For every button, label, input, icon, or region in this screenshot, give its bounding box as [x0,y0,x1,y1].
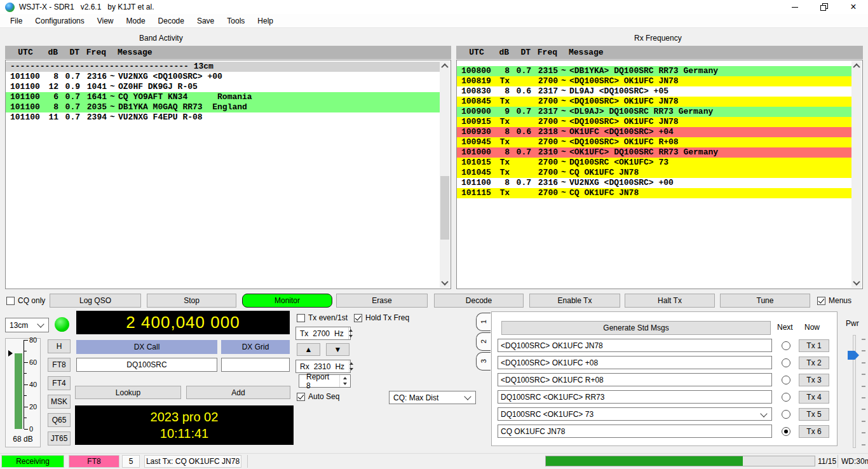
decode-row[interactable]: 10090090.72317~<DL9AJ> DQ100SRC RR73 Ger… [457,107,851,117]
cq-only-checkbox[interactable]: CQ only [6,296,45,305]
mode-button-ft8[interactable]: FT8 [48,358,71,372]
decode-row[interactable]: 10080080.72315~<DB1YKA> DQ100SRC RR73 Ge… [457,66,851,76]
stop-button[interactable]: Stop [147,294,236,308]
tx-message-input-5[interactable] [498,407,772,421]
spinner-arrows[interactable] [349,360,353,372]
decode-row[interactable]: 10110080.72316~VU2NXG <DQ100SRC> +00 [457,178,851,188]
tx-message-input-3[interactable] [498,373,772,386]
decode-row[interactable]: 10110060.71641~CQ YO9AFT KN34 Romania [6,92,440,102]
next-radio-2[interactable] [782,358,790,367]
hold-tx-freq-checkbox[interactable]: Hold Tx Freq [354,313,409,322]
menu-save[interactable]: Save [191,15,220,27]
col-db: Tx [493,97,510,107]
decode-row[interactable]: 100845Tx2700~<DQ100SRC> OK1UFC JN78 [457,97,851,107]
tx-message-input-2[interactable] [498,356,772,369]
band-select[interactable]: 13cm [5,318,49,332]
menus-checkbox[interactable]: Menus [817,296,851,305]
scroll-up-button[interactable] [851,61,862,71]
tx-message-input-6[interactable] [498,425,772,438]
tx-freq-spinner[interactable]: Tx 2700 Hz [295,327,351,340]
generate-std-msgs-button[interactable]: Generate Std Msgs [501,321,771,335]
scroll-down-button[interactable] [851,278,862,288]
scroll-up-button[interactable] [440,61,450,71]
now-button-tx3[interactable]: Tx 3 [799,374,829,386]
monitor-button[interactable]: Monitor [242,294,332,308]
meter-scale: 020406080 [24,340,41,429]
col-dt: 0.7 [58,92,80,102]
spinner-arrows[interactable] [348,327,353,339]
dx-call-input[interactable] [76,358,217,372]
restore-button[interactable] [810,0,839,14]
spinner-arrows[interactable] [339,375,350,387]
shift-up-button[interactable]: ▲ [297,343,320,356]
rx-frequency-scrollbar[interactable] [851,61,862,288]
next-radio-6[interactable] [782,427,790,436]
mode-button-jt65[interactable]: JT65 [48,432,71,445]
mode-button-msk[interactable]: MSK [48,395,71,409]
now-button-tx5[interactable]: Tx 5 [799,408,829,421]
now-button-tx1[interactable]: Tx 1 [799,339,829,352]
enable-tx-button[interactable]: Enable Tx [529,294,620,308]
msg-tab-1[interactable]: 1 [476,313,491,331]
checkbox-icon [297,314,305,322]
scroll-thumb[interactable] [440,176,449,240]
next-radio-5[interactable] [782,410,790,419]
next-radio-3[interactable] [782,376,790,384]
mode-button-ft4[interactable]: FT4 [48,376,71,390]
msg-tab-3[interactable]: 3 [476,352,491,370]
decode-row[interactable]: 101100110.72394~VU2NXG F4EPU R-08 [6,112,440,123]
cq-mode-select[interactable]: CQ: Max Dist [389,391,476,404]
minimize-button[interactable] [780,0,810,14]
now-button-tx4[interactable]: Tx 4 [799,391,829,404]
tune-button[interactable]: Tune [720,294,810,308]
pwr-slider-handle[interactable] [848,351,859,360]
col-db: 8 [42,72,58,82]
col-msg: DL9AJ <DQ100SRC> +05 [569,86,668,97]
menu-tools[interactable]: Tools [220,15,251,27]
tx-even-checkbox[interactable]: Tx even/1st [297,313,348,322]
next-radio-1[interactable] [782,341,790,350]
menu-configurations[interactable]: Configurations [29,15,90,27]
decode-row[interactable]: 101045Tx2700~CQ OK1UFC JN78 [457,168,851,178]
decode-row[interactable]: 101115Tx2700~CQ OK1UFC JN78 [457,188,851,198]
decode-row[interactable]: 101015Tx2700~DQ100SRC <OK1UFC> 73 [457,158,851,168]
decode-row[interactable]: 10100080.72310~<OK1UFC> DQ100SRC RR73 Ge… [457,147,851,158]
menu-file[interactable]: File [4,15,29,27]
menu-help[interactable]: Help [251,15,280,27]
decode-row[interactable]: 10093080.62318~OK1UFC <DQ100SRC> +04 [457,127,851,137]
erase-button[interactable]: Erase [336,294,428,308]
decode-row[interactable]: 10110080.72035~DB1YKA M0GAQ RR73 England [6,102,440,112]
decode-row[interactable]: 100945Tx2700~<DQ100SRC> OK1UFC R+08 [457,137,851,147]
auto-seq-checkbox[interactable]: Auto Seq [297,392,339,401]
decode-row[interactable]: 100915Tx2700~<DQ100SRC> OK1UFC JN78 [457,117,851,127]
decode-row[interactable]: 101100120.91041~OZ0HF DK9GJ R-05 [6,82,440,92]
decode-button[interactable]: Decode [434,294,524,308]
close-button[interactable]: × [839,0,868,14]
mode-button-q65[interactable]: Q65 [48,413,71,427]
add-button[interactable]: Add [186,386,290,399]
halt-tx-button[interactable]: Halt Tx [625,294,715,308]
now-button-tx2[interactable]: Tx 2 [799,357,829,369]
menu-view[interactable]: View [91,15,120,27]
band-activity-scrollbar[interactable] [440,61,450,288]
now-button-tx6[interactable]: Tx 6 [799,425,829,438]
scroll-down-button[interactable] [440,278,450,288]
lookup-button[interactable]: Lookup [75,386,181,399]
msg-tab-2[interactable]: 2 [476,332,491,351]
next-radio-4[interactable] [782,393,790,402]
shift-down-button[interactable]: ▼ [326,343,349,356]
log-qso-button[interactable]: Log QSO [50,294,141,308]
decode-row[interactable]: 10110080.72316~VU2NXG <DQ100SRC> +00 [6,72,440,82]
band-separator-row[interactable]: ------------------------------------ 13c… [6,62,440,72]
decode-row[interactable]: 100819Tx2700~<DQ100SRC> OK1UFC JN78 [457,76,851,86]
decode-row[interactable]: 10083080.62317~DL9AJ <DQ100SRC> +05 [457,86,851,97]
tx-message-input-1[interactable] [498,339,772,352]
report-spinner[interactable]: Report 8 [299,374,351,388]
menu-decode[interactable]: Decode [152,15,191,27]
tx-message-input-4[interactable] [498,390,772,404]
rx-freq-spinner[interactable]: Rx 2310 Hz [295,360,351,373]
menu-mode[interactable]: Mode [120,15,152,27]
dx-grid-input[interactable] [221,358,290,372]
tx-even-label: Tx even/1st [308,313,348,322]
mode-button-h[interactable]: H [48,339,71,353]
